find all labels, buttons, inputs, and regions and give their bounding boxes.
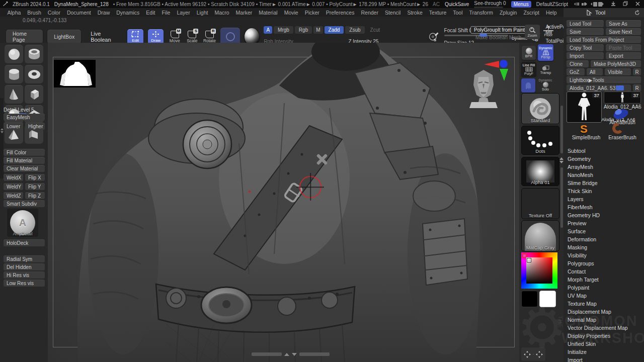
tool-section-item[interactable]: Polypaint — [564, 284, 644, 292]
alphabrush-icon[interactable] — [611, 108, 631, 119]
draw-mode-button[interactable]: Draw — [148, 29, 164, 45]
tool-section-item[interactable]: Contact — [564, 267, 644, 276]
default-zscript-button[interactable]: DefaultZScript — [536, 2, 568, 7]
color-picker[interactable] — [521, 252, 557, 289]
menu-item[interactable]: Zscript — [520, 10, 543, 16]
rotate-mode-button[interactable]: R Rotate — [203, 31, 216, 43]
minimize-button[interactable] — [610, 1, 617, 7]
scroll-up-icon[interactable] — [284, 353, 289, 356]
flipz-button[interactable]: Flip Z — [25, 192, 45, 199]
scroll-down-icon[interactable] — [292, 353, 297, 356]
recent-tool-thumb[interactable]: 37 — [604, 92, 641, 104]
tool-section-item[interactable]: Surface — [564, 227, 644, 235]
tool-section-item[interactable]: Morph Target — [564, 276, 644, 284]
smart-subdiv-button[interactable]: Smart Subdiv — [4, 200, 45, 207]
left-panel-scrollbar[interactable] — [0, 98, 4, 178]
weldz-button[interactable]: WeldZ — [4, 192, 23, 199]
lightbox-tools-button[interactable]: Lightbox▶Tools — [567, 76, 641, 83]
clone-button[interactable]: Clone — [567, 60, 589, 67]
weldy-button[interactable]: WeldY — [4, 183, 23, 190]
menu-item[interactable]: Zplugin — [496, 10, 520, 16]
export-button[interactable]: Export — [606, 52, 641, 59]
menu-item[interactable]: Stencil — [381, 10, 404, 16]
menu-item[interactable]: Alpha — [4, 10, 24, 16]
lower-button[interactable]: Lower — [4, 123, 23, 130]
tool-section-item[interactable]: Layers — [564, 195, 644, 203]
color-a-toggle[interactable]: A — [264, 26, 272, 34]
tool-section-item[interactable]: Visibility — [564, 251, 644, 259]
menu-item[interactable]: Material — [256, 10, 281, 16]
menu-item[interactable]: Dynamics — [113, 10, 143, 16]
menu-item[interactable]: Picker — [301, 10, 323, 16]
secondary-color-swatch[interactable] — [539, 291, 556, 307]
save-as-button[interactable]: Save As — [606, 20, 641, 27]
cylinder-icon[interactable] — [5, 65, 23, 83]
menu-item[interactable]: Color — [44, 10, 63, 16]
load-tools-from-project-button[interactable]: Load Tools From Project — [567, 36, 641, 43]
tool-palette-header[interactable]: Tool — [564, 8, 644, 17]
current-brush-thumb[interactable]: Standard — [521, 93, 559, 124]
radial-sym-button[interactable]: Radial Sym — [4, 255, 45, 262]
menu-item[interactable]: Macro — [211, 10, 232, 16]
move-mode-button[interactable]: M Move — [168, 31, 181, 43]
material-thumb[interactable]: MatCap Gray — [521, 220, 559, 251]
menu-item[interactable]: Texture — [426, 10, 449, 16]
tool-section-item[interactable]: UV Map — [564, 292, 644, 300]
menu-item[interactable]: Preferences — [323, 10, 358, 16]
goz-visible-button[interactable]: Visible — [605, 68, 631, 75]
canvas-scrollbar[interactable] — [252, 352, 330, 356]
tool-section-item[interactable]: Slime Bridge — [564, 179, 644, 187]
bpr-render-button[interactable]: BPR — [522, 46, 536, 60]
hi-res-vis-button[interactable]: Hi Res vis — [4, 272, 45, 279]
del-hidden-button[interactable]: Del Hidden — [4, 263, 45, 270]
tool-section-item[interactable]: Thick Skin — [564, 187, 644, 195]
menu-item[interactable]: Marker — [232, 10, 256, 16]
primary-color-swatch[interactable] — [521, 291, 538, 307]
menu-item[interactable]: Light — [193, 10, 211, 16]
stroke-type-thumb[interactable]: Dots — [521, 126, 559, 155]
menu-item[interactable]: Edit — [143, 10, 158, 16]
brush-column-scrollbar[interactable] — [560, 106, 563, 292]
goz-r-button[interactable]: R — [633, 68, 641, 75]
paste-tool-button[interactable]: Paste Tool — [606, 44, 641, 51]
active-tool-thumb[interactable]: 37 Alodia_012_AA6 — [567, 92, 602, 123]
canvas-nav-widget[interactable]: · — [521, 347, 545, 361]
zoom-button[interactable]: Zoom — [525, 25, 540, 39]
cube-icon[interactable] — [25, 85, 43, 104]
ampdetail-brush-thumb[interactable]: A AmpDetail — [7, 209, 38, 237]
fill-material-button[interactable]: Fill Material — [4, 157, 45, 164]
tool-section-item[interactable]: Import — [564, 356, 644, 362]
tool-quickpick-slider[interactable]: Alodia_012_AA6. 53 — [567, 84, 631, 92]
simplebrush-icon[interactable]: S — [579, 123, 592, 134]
zcut-toggle[interactable]: Zcut — [366, 26, 384, 34]
character-sculpt[interactable] — [48, 43, 519, 362]
line-fill-button[interactable]: Line Fill PolyF — [521, 62, 536, 76]
zsub-toggle[interactable]: Zsub — [345, 26, 364, 34]
flipx-button[interactable]: Flip X — [25, 174, 45, 181]
weldx-button[interactable]: WeldX — [4, 174, 23, 181]
menu-item[interactable]: Help — [542, 10, 560, 16]
stroke-settings-icon[interactable]: S — [428, 30, 439, 43]
edit-mode-button[interactable]: Edit — [127, 29, 143, 45]
flipy-button[interactable]: Flip Y — [25, 183, 45, 190]
see-through-slider[interactable]: See-through 0 — [474, 1, 506, 8]
floor-button[interactable]: Floor — [543, 26, 554, 37]
menu-item[interactable]: Document — [63, 10, 94, 16]
tool-section-item[interactable]: Vector Displacement Map — [564, 324, 644, 332]
tool-section-item[interactable]: Geometry HD — [564, 211, 644, 219]
copy-tool-button[interactable]: Copy Tool — [567, 44, 604, 51]
close-button[interactable] — [634, 2, 641, 7]
goz-all-button[interactable]: All — [587, 68, 603, 75]
saturation-value-square[interactable] — [526, 257, 552, 284]
quicksave-button[interactable]: QuickSave — [445, 2, 469, 7]
holodeck-button[interactable]: HoloDeck — [4, 239, 45, 246]
tool-section-item[interactable]: Masking — [564, 243, 644, 251]
dynamic-solo-button[interactable]: Dynamic Solo — [538, 77, 553, 93]
tool-section-item[interactable]: Subtool — [564, 147, 644, 155]
palette-cycle-icon[interactable] — [634, 10, 640, 16]
tube-icon[interactable] — [25, 45, 43, 63]
polygroupit-tooltip[interactable]: PolyGroupIt from Paint — [470, 26, 528, 34]
menu-item[interactable]: Draw — [94, 10, 113, 16]
cone-icon[interactable] — [5, 85, 23, 104]
ghost-button[interactable] — [521, 78, 535, 93]
